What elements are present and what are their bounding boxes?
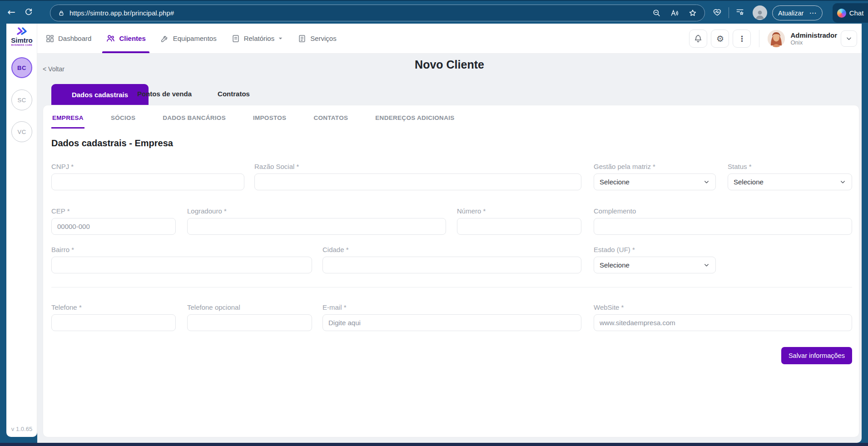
- cidade-input[interactable]: [322, 257, 581, 273]
- tab-label: Pontos de venda: [137, 90, 192, 98]
- browser-profile-button[interactable]: [753, 5, 767, 20]
- field-status: Status * Selecione: [728, 163, 852, 190]
- numero-input[interactable]: [457, 218, 581, 235]
- person-silhouette-icon: [754, 8, 766, 20]
- tab-contratos[interactable]: Contratos: [198, 90, 269, 98]
- gestao-matriz-select[interactable]: Selecione: [594, 173, 716, 190]
- field-label: CEP *: [51, 207, 176, 215]
- telefone-input[interactable]: [51, 314, 176, 331]
- field-label: Telefone *: [51, 303, 176, 312]
- nav-label: Clientes: [119, 35, 145, 42]
- subtab-socios[interactable]: SÓCIOS: [110, 112, 136, 129]
- save-button[interactable]: Salvar informações: [781, 347, 852, 364]
- nav-item-relatorios[interactable]: Relatórios: [231, 24, 283, 53]
- website-input[interactable]: [594, 314, 852, 331]
- workspace-avatar-vc[interactable]: VC: [11, 121, 32, 142]
- nav-label: Equipamentos: [173, 35, 217, 42]
- collections-icon: [735, 8, 744, 17]
- browser-back-button[interactable]: ←: [4, 5, 19, 20]
- notifications-button[interactable]: [689, 30, 707, 48]
- cnpj-input[interactable]: [51, 173, 244, 190]
- zoom-out-icon[interactable]: [652, 9, 661, 17]
- window-bottom-edge: [0, 443, 868, 446]
- user-company: Onix: [790, 39, 837, 46]
- subtab-contatos[interactable]: CONTATOS: [312, 112, 349, 129]
- telefone-opcional-input[interactable]: [187, 314, 312, 331]
- complemento-input[interactable]: [594, 218, 852, 235]
- estado-uf-select[interactable]: Selecione: [594, 257, 716, 273]
- dashboard-icon: [45, 34, 55, 43]
- url-text: https://simtro.app.br/principal.php#: [69, 9, 174, 17]
- user-info[interactable]: Administrador Onix: [790, 31, 837, 46]
- subtab-bar: EMPRESA SÓCIOS DADOS BANCÁRIOS IMPOSTOS …: [51, 112, 456, 129]
- read-aloud-icon[interactable]: [670, 9, 679, 18]
- more-options-icon[interactable]: ⋯: [809, 9, 817, 17]
- field-telefone: Telefone *: [51, 303, 176, 331]
- logradouro-input[interactable]: [187, 218, 446, 235]
- nav-item-equipamentos[interactable]: Equipamentos: [160, 24, 217, 53]
- email-input[interactable]: [322, 314, 581, 331]
- report-icon: [231, 34, 240, 43]
- logo-chevrons-icon: [15, 27, 29, 35]
- field-label: Estado (UF) *: [594, 246, 716, 254]
- workspace-avatar-sc[interactable]: SC: [11, 89, 32, 110]
- browser-update-button[interactable]: Atualizar ⋯: [772, 5, 823, 20]
- lock-icon: [58, 10, 65, 17]
- field-label: Razão Social *: [254, 163, 581, 171]
- simtro-logo[interactable]: Simtro BUSINESS CARE: [6, 27, 37, 46]
- section-divider: [51, 287, 852, 287]
- logo-tagline: BUSINESS CARE: [6, 44, 37, 46]
- tab-pontos-de-venda[interactable]: Pontos de venda: [128, 90, 201, 98]
- favorite-star-icon[interactable]: [688, 9, 697, 18]
- browser-refresh-button[interactable]: [21, 5, 36, 20]
- select-value: Selecione: [734, 178, 764, 186]
- top-navigation: Dashboard Clientes Equipamentos Relatóri…: [37, 24, 862, 54]
- app-version: v 1.0.65: [6, 426, 37, 432]
- woman-avatar-image: [768, 30, 785, 47]
- razao-social-input[interactable]: [254, 173, 581, 190]
- avatar-initials: VC: [17, 129, 26, 135]
- field-label: Logradouro *: [187, 207, 446, 215]
- chevron-down-icon: [278, 36, 283, 41]
- select-value: Selecione: [600, 261, 630, 269]
- status-select[interactable]: Selecione: [728, 173, 852, 190]
- subtab-enderecos-adicionais[interactable]: ENDEREÇOS ADICIONAIS: [374, 112, 455, 129]
- subtab-dados-bancarios[interactable]: DADOS BANCÁRIOS: [162, 112, 227, 129]
- address-bar[interactable]: https://simtro.app.br/principal.php#: [50, 5, 705, 21]
- field-numero: Número *: [457, 207, 581, 235]
- nav-item-clientes[interactable]: Clientes: [106, 24, 145, 53]
- collections-button[interactable]: [732, 5, 748, 20]
- cep-input[interactable]: [51, 218, 176, 235]
- field-email: E-mail *: [322, 303, 581, 331]
- more-menu-button[interactable]: ⋮: [733, 30, 751, 48]
- browser-essentials-button[interactable]: [709, 5, 725, 20]
- field-label: Bairro *: [51, 246, 312, 254]
- copilot-chat-button[interactable]: Chat: [833, 3, 868, 23]
- field-label: Complemento: [594, 207, 852, 215]
- field-label: Status *: [728, 163, 852, 171]
- user-name: Administrador: [790, 31, 837, 39]
- nav-item-dashboard[interactable]: Dashboard: [45, 24, 91, 53]
- field-telefone-opcional: Telefone opcional: [187, 303, 312, 331]
- workspace-avatar-bc[interactable]: BC: [11, 57, 32, 78]
- field-label: Telefone opcional: [187, 303, 312, 312]
- settings-button[interactable]: ⚙: [711, 30, 729, 48]
- tab-label: Dados cadastrais: [72, 91, 128, 99]
- chevron-down-icon: [703, 178, 710, 185]
- user-menu-button[interactable]: [841, 30, 857, 47]
- nav-item-servicos[interactable]: Serviços: [298, 24, 337, 53]
- subtab-impostos[interactable]: IMPOSTOS: [252, 112, 287, 129]
- user-avatar[interactable]: [768, 30, 785, 47]
- field-bairro: Bairro *: [51, 246, 312, 273]
- subtab-empresa[interactable]: EMPRESA: [51, 112, 84, 129]
- chat-label: Chat: [849, 9, 864, 17]
- bairro-input[interactable]: [51, 257, 312, 273]
- heart-pulse-icon: [713, 8, 722, 17]
- nav-right-cluster: ⚙ ⋮ Administrador Onix: [689, 30, 857, 48]
- copilot-icon: [837, 9, 846, 18]
- nav-label: Serviços: [310, 35, 337, 42]
- main-area: Dashboard Clientes Equipamentos Relatóri…: [37, 24, 862, 443]
- gear-icon: ⚙: [716, 34, 724, 44]
- app-sidebar: Simtro BUSINESS CARE BC SC VC v 1.0.65: [6, 24, 37, 437]
- page-title: Novo Cliente: [37, 58, 862, 71]
